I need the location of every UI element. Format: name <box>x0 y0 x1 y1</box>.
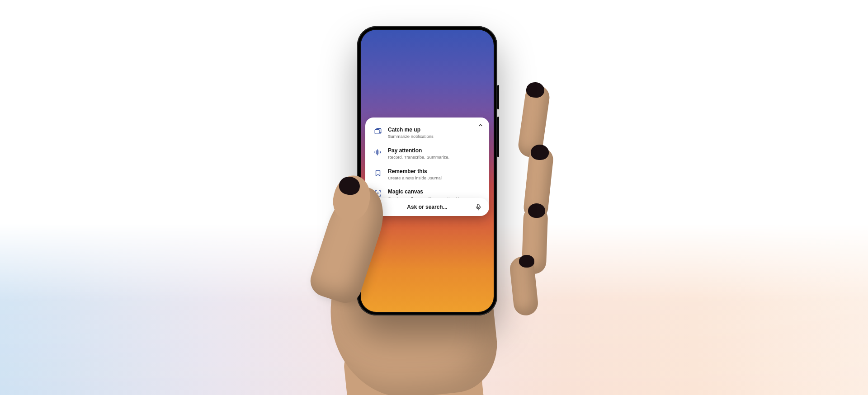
collapse-button[interactable] <box>476 121 485 129</box>
phone-screen: Catch me up Summarize notifications <box>361 30 494 312</box>
action-remember-this[interactable]: Remember this Create a note inside Journ… <box>371 165 484 184</box>
svg-rect-7 <box>477 204 479 207</box>
cards-plus-icon <box>373 127 382 136</box>
quick-actions-panel: Catch me up Summarize notifications <box>365 118 489 210</box>
action-title: Remember this <box>388 168 442 174</box>
action-subtitle: Create a note inside Journal <box>388 175 442 180</box>
svg-rect-0 <box>375 130 379 134</box>
search-placeholder: Ask or search... <box>381 204 474 210</box>
action-title: Magic canvas <box>388 188 459 195</box>
phone-frame: Catch me up Summarize notifications <box>357 26 497 315</box>
action-title: Pay attention <box>388 147 449 154</box>
soundwave-icon <box>373 148 382 157</box>
svg-point-6 <box>375 206 377 208</box>
bookmark-icon <box>373 169 382 178</box>
action-pay-attention[interactable]: Pay attention Record. Transcribe. Summar… <box>371 144 484 164</box>
action-subtitle: Record. Transcribe. Summarize. <box>388 155 449 160</box>
action-catch-me-up[interactable]: Catch me up Summarize notifications <box>371 123 484 143</box>
action-title: Catch me up <box>388 127 434 133</box>
action-subtitle: Summarize notifications <box>388 134 434 139</box>
microphone-icon[interactable] <box>474 202 483 212</box>
chevron-up-icon <box>478 122 483 128</box>
search-bar[interactable]: Ask or search... <box>365 198 489 216</box>
sparkle-gear-icon[interactable] <box>372 202 381 212</box>
device-composition: Catch me up Summarize notifications <box>307 26 561 395</box>
scan-magic-icon <box>373 189 382 198</box>
